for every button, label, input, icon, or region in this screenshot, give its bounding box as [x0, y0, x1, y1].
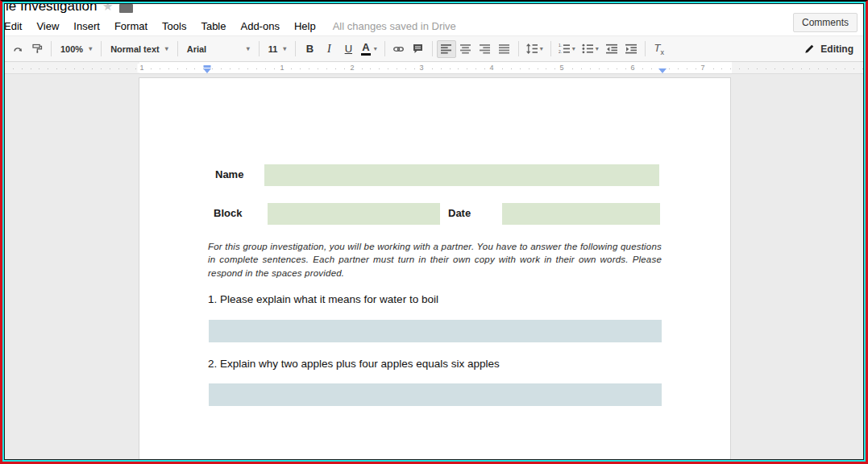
menu-tools[interactable]: Tools [155, 18, 193, 35]
pencil-icon [804, 44, 815, 54]
line-spacing-button[interactable]: ▾ [523, 40, 546, 58]
toolbar-separator [550, 41, 551, 56]
paragraph-style-select[interactable]: Normal text ▾ [106, 40, 173, 58]
align-right-button[interactable] [476, 40, 495, 58]
menu-format[interactable]: Format [107, 18, 155, 35]
align-left-icon [441, 44, 451, 54]
date-label: Date [448, 202, 471, 225]
ruler-number: 5 [557, 64, 566, 72]
decrease-indent-button[interactable] [602, 40, 621, 58]
toolbar-separator [259, 41, 260, 56]
line-spacing-icon [526, 44, 538, 54]
left-indent-marker[interactable] [203, 68, 211, 73]
font-family-select[interactable]: Arial ▾ [182, 40, 255, 58]
dropdown-arrow-icon: ▾ [89, 46, 92, 52]
menu-help[interactable]: Help [287, 18, 323, 35]
insert-comment-button[interactable] [409, 40, 428, 58]
italic-button[interactable]: I [319, 40, 338, 58]
toolbar-separator [101, 41, 102, 56]
ruler: 1 1 2 3 4 5 6 7 [5, 62, 863, 74]
question-1-answer-field[interactable] [209, 320, 662, 342]
question-2-answer-field[interactable] [209, 383, 662, 406]
toolbar: 100% ▾ Normal text ▾ Arial ▾ 11 ▾ B I U … [5, 35, 863, 62]
align-center-button[interactable] [456, 40, 476, 58]
numbered-list-icon: 1.2. [559, 44, 570, 54]
app-window: le Investigation ★ Edit View Insert Form… [4, 3, 864, 460]
instructions-text: For this group investigation, you will b… [208, 240, 662, 280]
title-row: le Investigation ★ [5, 4, 863, 17]
ruler-number: 3 [417, 64, 426, 72]
mode-label: Editing [820, 44, 853, 55]
star-icon[interactable]: ★ [102, 4, 113, 14]
date-field[interactable] [502, 203, 660, 225]
block-field[interactable] [268, 203, 440, 225]
dropdown-arrow-icon: ▾ [572, 46, 575, 52]
toolbar-separator [645, 41, 646, 56]
align-justify-button[interactable] [495, 40, 514, 58]
dropdown-arrow-icon: ▾ [596, 46, 599, 52]
menu-insert[interactable]: Insert [66, 18, 107, 35]
insert-link-button[interactable] [389, 40, 409, 58]
bulleted-list-button[interactable]: ▾ [579, 40, 602, 58]
name-label: Name [215, 164, 243, 186]
name-field[interactable] [264, 164, 659, 186]
align-right-icon [480, 44, 490, 54]
folder-icon[interactable] [119, 4, 133, 13]
menu-addons[interactable]: Add-ons [233, 18, 286, 35]
underline-button[interactable]: U [338, 40, 358, 58]
ruler-number: 7 [698, 64, 707, 72]
paragraph-style-value: Normal text [110, 44, 160, 54]
underline-label: U [345, 43, 352, 55]
toolbar-separator [177, 41, 178, 56]
redo-icon [12, 44, 23, 54]
zoom-value: 100% [60, 44, 83, 54]
right-indent-marker[interactable] [658, 68, 667, 73]
bulleted-list-icon [582, 44, 593, 54]
clear-formatting-icon: Tx [654, 42, 664, 56]
question-1-text: 1. Please explain what it means for wate… [208, 293, 438, 305]
screenshot-frame-inner: le Investigation ★ Edit View Insert Form… [2, 2, 866, 462]
document-page[interactable]: Name Block Date For this group investiga… [139, 77, 731, 459]
dropdown-arrow-icon: ▾ [374, 46, 377, 52]
menu-edit[interactable]: Edit [4, 18, 29, 35]
increase-indent-button[interactable] [621, 40, 641, 58]
first-line-indent-marker[interactable] [204, 65, 211, 68]
text-color-button[interactable]: A▾ [358, 40, 380, 58]
dropdown-arrow-icon: ▾ [247, 46, 250, 52]
mode-button[interactable]: Editing [804, 44, 860, 55]
align-center-icon [460, 44, 471, 54]
ruler-number: 4 [487, 64, 496, 72]
font-family-value: Arial [187, 44, 206, 54]
font-size-select[interactable]: 11 ▾ [264, 40, 292, 58]
font-size-value: 11 [268, 44, 278, 54]
numbered-list-button[interactable]: 1.2. ▾ [555, 40, 579, 58]
toolbar-separator [295, 41, 296, 56]
ruler-number: 1 [277, 64, 286, 72]
block-label: Block [214, 202, 242, 225]
topbar: le Investigation ★ Edit View Insert Form… [5, 4, 863, 35]
dropdown-arrow-icon: ▾ [283, 46, 286, 52]
ruler-number: 1 [137, 64, 146, 72]
dropdown-arrow-icon: ▾ [540, 46, 543, 52]
text-color-icon: A [361, 42, 370, 56]
menubar: Edit View Insert Format Tools Table Add-… [5, 17, 863, 35]
bold-label: B [306, 43, 314, 55]
zoom-select[interactable]: 100% ▾ [56, 40, 97, 58]
document-canvas: Name Block Date For this group investiga… [5, 74, 863, 459]
document-title[interactable]: le Investigation [6, 4, 97, 14]
toolbar-separator [432, 41, 433, 56]
toolbar-separator [51, 41, 52, 56]
menu-table[interactable]: Table [193, 18, 233, 35]
increase-indent-icon [625, 44, 637, 54]
align-left-button[interactable] [437, 40, 456, 58]
bold-button[interactable]: B [300, 40, 319, 58]
paint-format-button[interactable] [27, 40, 47, 58]
save-status: All changes saved in Drive [333, 20, 456, 32]
menu-view[interactable]: View [29, 18, 66, 35]
ruler-number: 6 [628, 64, 637, 72]
redo-button[interactable] [8, 40, 27, 58]
comments-button[interactable]: Comments [793, 13, 858, 32]
dropdown-arrow-icon: ▾ [165, 46, 168, 52]
italic-label: I [327, 43, 331, 56]
clear-formatting-button[interactable]: Tx [650, 40, 669, 58]
